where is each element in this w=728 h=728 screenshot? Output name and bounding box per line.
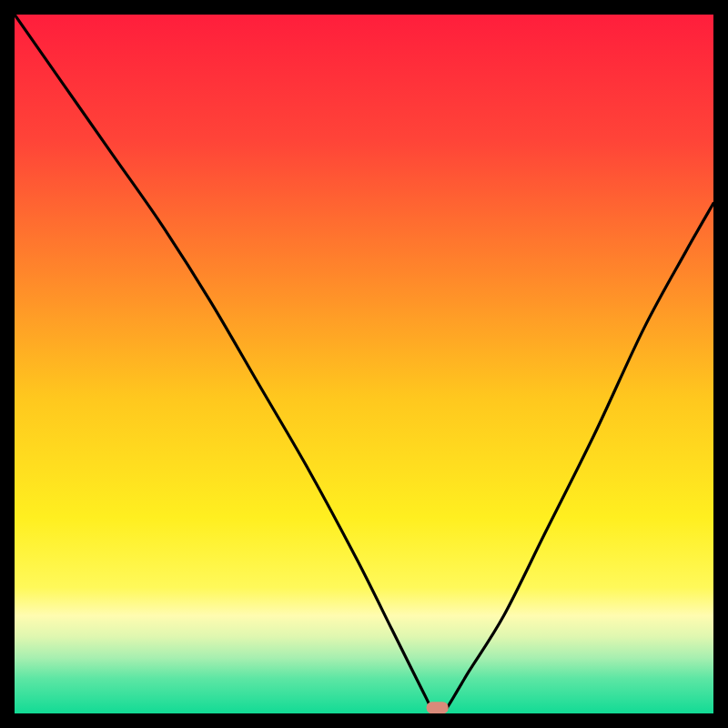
- chart-frame: TheBottleneck.com: [15, 15, 713, 713]
- bottleneck-chart: [15, 15, 713, 713]
- optimal-point-marker: [427, 702, 449, 713]
- chart-background: [15, 15, 713, 713]
